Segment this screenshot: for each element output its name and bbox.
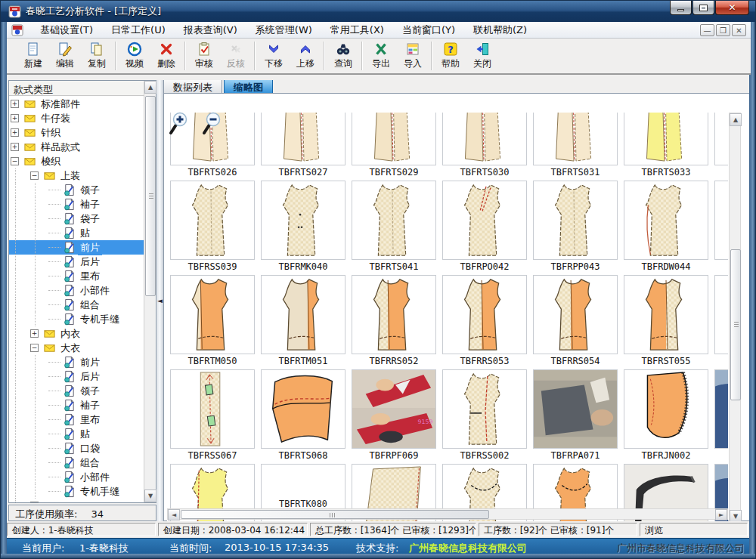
tree-item-后片[interactable]: 后片: [9, 255, 144, 269]
thumbnail-TBFRRS053[interactable]: TBFRRS053: [442, 275, 527, 366]
thumbnail-TBFRTS030[interactable]: TBFRTS030: [442, 113, 527, 178]
tree-item-贴[interactable]: 贴: [9, 226, 144, 240]
toolbar-move-down-button[interactable]: 下移: [258, 39, 290, 73]
tree-scroll-up-icon[interactable]: ▲: [144, 81, 156, 94]
scroll-up-icon[interactable]: ▲: [730, 113, 742, 126]
thumbnail-TBFRSS067[interactable]: TBFRSS067: [170, 369, 255, 461]
thumbnail-TBFRRS052[interactable]: TBFRRS052: [352, 275, 436, 366]
thumbnail-TBFRSS002[interactable]: TBFRSS002: [442, 369, 527, 461]
tree-item-上装[interactable]: −上装: [9, 168, 144, 183]
maximize-button[interactable]: [692, 1, 714, 15]
thumbnail-TBFRRS054[interactable]: TBFRRS054: [533, 275, 618, 366]
thumbnail-TBFRTS041[interactable]: TBFRTS041: [352, 181, 436, 272]
tree-item-前片[interactable]: 前片: [9, 355, 144, 369]
mdi-restore-button[interactable]: ❐: [716, 24, 730, 36]
thumbnail-TBFRPP043[interactable]: TBFRPP043: [533, 181, 618, 272]
tree-scroll-down-icon[interactable]: ▼: [144, 490, 156, 502]
tab-thumbnail[interactable]: 缩略图: [224, 79, 273, 94]
menu-item-5[interactable]: 常用工具(X): [321, 21, 393, 39]
close-button[interactable]: ✕: [715, 1, 749, 15]
tree-item-贴[interactable]: 贴: [9, 427, 144, 441]
thumbnail-TBFRMK040[interactable]: TBFRMK040: [261, 181, 345, 272]
tree-item-口袋[interactable]: 口袋: [9, 441, 144, 456]
toolbar-audit-button[interactable]: 审核: [188, 39, 220, 73]
scroll-right-icon[interactable]: ►: [715, 509, 727, 520]
tree-item-组合[interactable]: 组合: [9, 298, 144, 312]
mdi-close-button[interactable]: ✕: [732, 24, 746, 36]
thumbnail-TBFRPO042[interactable]: TBFRPO042: [442, 181, 527, 272]
tree-item-大衣[interactable]: −大衣: [9, 341, 144, 355]
expand-node-icon[interactable]: +: [30, 502, 39, 502]
tree-item-牛仔装[interactable]: +牛仔装: [9, 111, 144, 125]
menu-item-6[interactable]: 当前窗口(Y): [393, 21, 464, 39]
thumbnail-TBFRTS029[interactable]: TBFRTS029: [352, 113, 436, 178]
thumbnail-TBFRTM051[interactable]: TBFRTM051: [261, 275, 345, 366]
toolbar-export-button[interactable]: 导出: [365, 39, 397, 73]
minimize-button[interactable]: [670, 1, 692, 15]
toolbar-copy-button[interactable]: 复制: [81, 39, 113, 73]
tree-item-小部件[interactable]: 小部件: [9, 470, 144, 484]
tree-item-针织[interactable]: +针织: [9, 125, 144, 140]
tree-scroll-thumb[interactable]: [145, 96, 156, 296]
tree-item-前片[interactable]: 前片: [9, 240, 144, 255]
collapse-sidebar-icon[interactable]: ◄: [157, 297, 163, 304]
thumbnail-TBFRTS068[interactable]: TBFRTS068: [261, 369, 345, 461]
vertical-scroll-thumb[interactable]: [730, 249, 741, 400]
thumbnail-TBFRDW044[interactable]: TBFRDW044: [624, 181, 708, 272]
expand-node-icon[interactable]: +: [11, 114, 19, 122]
expand-node-icon[interactable]: +: [11, 100, 19, 108]
expand-node-icon[interactable]: +: [30, 329, 39, 338]
tree-item-内衣[interactable]: +内衣: [9, 326, 144, 341]
tree-scrollbar[interactable]: ▲ ▼: [144, 81, 156, 502]
tree-item-专机手缝[interactable]: 专机手缝: [9, 484, 144, 499]
thumbnail-TBFRTS031[interactable]: TBFRTS031: [533, 113, 618, 178]
menu-item-7[interactable]: 联机帮助(Z): [464, 21, 536, 39]
tree-item-袋子[interactable]: 袋子: [9, 212, 144, 226]
mdi-minimize-button[interactable]: —: [700, 24, 714, 36]
expand-node-icon[interactable]: +: [11, 128, 19, 137]
thumbnail-partial[interactable]: [714, 369, 728, 449]
tree-item-小部件[interactable]: 小部件: [9, 283, 144, 298]
tree-item-后片[interactable]: 后片: [9, 369, 144, 384]
toolbar-new-document-button[interactable]: 新建: [17, 39, 49, 73]
tab-data-list[interactable]: 数据列表: [163, 79, 222, 94]
toolbar-import-button[interactable]: 导入: [397, 39, 429, 73]
tree-item-领子[interactable]: 领子: [9, 384, 144, 398]
toolbar-search-button[interactable]: 查询: [327, 39, 359, 73]
thumbnail-TBFRTM050[interactable]: TBFRTM050: [170, 275, 255, 366]
tree-item-样品款式[interactable]: +样品款式: [9, 140, 144, 154]
menu-item-1[interactable]: 基础设置(T): [31, 21, 102, 39]
toolbar-exit-button[interactable]: 关闭: [466, 39, 498, 73]
tree-item-袖子[interactable]: 袖子: [9, 398, 144, 412]
tree-item-标准部件[interactable]: +标准部件: [9, 97, 144, 111]
thumbnail-TBFRST055[interactable]: TBFRST055: [624, 275, 708, 366]
toolbar-edit-button[interactable]: 编辑: [49, 39, 81, 73]
scroll-left-icon[interactable]: ◄: [168, 509, 180, 520]
tree-item-领子[interactable]: 领子: [9, 183, 144, 197]
collapse-node-icon[interactable]: −: [30, 171, 39, 180]
thumbnail-partial[interactable]: [714, 275, 728, 354]
menu-item-4[interactable]: 系统管理(W): [246, 21, 321, 39]
thumbnail-TBFRSS039[interactable]: TBFRSS039: [170, 181, 255, 272]
menu-item-3[interactable]: 报表查询(V): [175, 21, 246, 39]
horizontal-scroll-thumb[interactable]: [181, 510, 489, 519]
collapse-node-icon[interactable]: −: [11, 157, 19, 165]
toolbar-move-up-button[interactable]: 上移: [290, 39, 321, 73]
horizontal-scrollbar[interactable]: ◄ ►: [167, 508, 728, 520]
collapse-node-icon[interactable]: −: [30, 344, 39, 352]
expand-node-icon[interactable]: +: [11, 143, 19, 151]
thumbnail-TBFRPF069[interactable]: 9159TBFRPF069: [352, 369, 436, 461]
sidebar-splitter[interactable]: ◄: [156, 80, 163, 521]
thumbnail-TBFRPA071[interactable]: TBFRPA071: [533, 369, 618, 461]
thumbnail-partial[interactable]: [714, 181, 728, 260]
tree-item-梭织[interactable]: −梭织: [9, 154, 144, 168]
thumbnail-partial[interactable]: [714, 113, 728, 165]
toolbar-video-button[interactable]: 视频: [119, 39, 150, 73]
vertical-scrollbar[interactable]: ▲ ▼: [729, 113, 741, 523]
toolbar-help-button[interactable]: ?帮助: [435, 39, 466, 73]
thumbnail-TBFRJN002[interactable]: TBFRJN002: [624, 369, 708, 461]
tree-item-里布[interactable]: 里布: [9, 269, 144, 283]
tree-item-专机手缝[interactable]: 专机手缝: [9, 312, 144, 326]
toolbar-delete-button[interactable]: 删除: [150, 39, 182, 73]
tree-item-袖子[interactable]: 袖子: [9, 197, 144, 212]
